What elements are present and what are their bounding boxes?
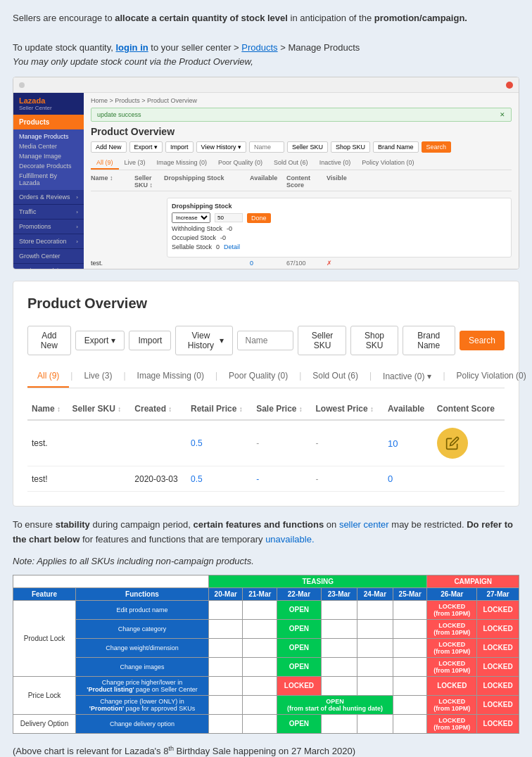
created-sort-icon[interactable]: ↕	[168, 405, 172, 413]
ct-cell-locked: LOCKED	[477, 657, 519, 676]
campaign-th-22mar: 22-Mar	[277, 587, 322, 600]
ct-cell	[243, 676, 277, 695]
sc-row1-score: 67/100	[286, 260, 325, 267]
po-seller-sku-btn[interactable]: Seller SKU	[298, 326, 346, 355]
sc-th-name: Name ↕	[91, 174, 133, 189]
sc-fulfillment[interactable]: Fulfillment By Lazada	[19, 171, 78, 188]
intro-login-link[interactable]: login in	[115, 42, 148, 53]
sc-sidebar-traffic[interactable]: Traffic›	[13, 205, 84, 220]
intro-products-link[interactable]: Products	[241, 42, 277, 53]
po-tab-sep4: |	[298, 365, 303, 388]
sku-sort-icon[interactable]: ↕	[118, 405, 121, 413]
sc-products-menu-item[interactable]: Products	[13, 115, 84, 129]
po-tab-sep5: |	[368, 365, 373, 388]
sc-search-btn[interactable]: Search	[422, 141, 452, 153]
sc-import-btn[interactable]: Import	[165, 141, 194, 153]
sale-sort-icon[interactable]: ↕	[299, 405, 303, 413]
sc-name-input[interactable]	[249, 141, 284, 153]
ct-cell-open: OPEN	[277, 600, 322, 619]
intro-line3: You may only update stock count via the …	[13, 55, 519, 70]
ct-cell	[243, 619, 277, 638]
po-tab-sold-out[interactable]: Sold Out (6)	[303, 365, 368, 388]
po-view-history-btn[interactable]: View History ▾	[175, 326, 233, 355]
ct-cell-locked-10pm: LOCKED(from 10PM)	[427, 638, 477, 657]
po-row2-lowest: -	[312, 466, 384, 492]
ct-cell	[321, 619, 357, 638]
sc-decorate-products[interactable]: Decorate Products	[19, 161, 78, 171]
po-row2-created: 2020-03-03	[130, 466, 186, 492]
sc-withholding-row: Withholding Stock -0	[172, 225, 507, 232]
po-row2-available-val: 0	[388, 473, 393, 484]
po-table-header-row: Name ↕ Seller SKU ↕ Created ↕ Retail Pri…	[27, 398, 505, 420]
po-brand-name-btn[interactable]: Brand Name	[403, 326, 455, 355]
po-tab-sep6: |	[441, 365, 446, 388]
po-tab-image-missing[interactable]: Image Missing (0)	[127, 365, 214, 388]
campaign-table-head: TEASING CAMPAIGN Feature Functions 20-Ma…	[13, 575, 519, 600]
po-row2-available: 0	[384, 466, 433, 492]
sc-tab-image-missing[interactable]: Image Missing (0)	[151, 157, 213, 170]
sc-media-center[interactable]: Media Center	[19, 141, 78, 151]
sc-brand-name-btn[interactable]: Brand Name	[373, 141, 419, 153]
sc-sidebar-growth-center[interactable]: Growth Center	[13, 249, 84, 264]
stability-link1: seller center	[339, 519, 389, 530]
sc-tab-inactive[interactable]: Inactive (0)	[314, 157, 357, 170]
sc-success-close[interactable]: ✕	[500, 111, 505, 118]
po-search-btn[interactable]: Search	[460, 331, 505, 350]
retail-sort-icon[interactable]: ↕	[239, 405, 243, 413]
ct-cell	[321, 638, 357, 657]
intro-text-block: Sellers are encourage to allocate a cert…	[13, 11, 519, 70]
ct-cell-open: OPEN	[277, 657, 322, 676]
sc-toolbar: Add New Export ▾ Import View History ▾ S…	[91, 141, 512, 153]
sc-sidebar-business-advisor[interactable]: Business Advisor	[13, 264, 84, 269]
content-score-badge[interactable]	[437, 428, 468, 459]
sc-manage-image[interactable]: Manage Image	[19, 151, 78, 161]
ct-cell	[321, 676, 357, 695]
sc-tab-all[interactable]: All (9)	[91, 157, 119, 170]
sc-sidebar-store-decoration[interactable]: Store Decoration›	[13, 234, 84, 249]
lowest-sort-icon[interactable]: ↕	[370, 405, 374, 413]
table-row: test. 0.5 - - 10	[27, 420, 505, 466]
sc-sidebar-promotions[interactable]: Promotions›	[13, 220, 84, 234]
po-row2-sale-val: -	[256, 474, 259, 484]
name-sort-icon[interactable]: ↕	[57, 405, 61, 413]
po-import-btn[interactable]: Import	[129, 331, 171, 350]
sc-product-overview-title: Product Overview	[91, 126, 512, 137]
ct-cell	[393, 600, 427, 619]
sc-shop-sku-btn[interactable]: Shop SKU	[331, 141, 370, 153]
sc-th-sellersku: Seller SKU ↕	[134, 174, 163, 189]
po-name-input[interactable]	[237, 331, 293, 350]
sc-tab-policy-violation[interactable]: Policy Violation (0)	[356, 157, 419, 170]
sc-done-btn[interactable]: Done	[247, 213, 271, 223]
po-tab-policy-violation[interactable]: Policy Violation (0)	[447, 365, 532, 388]
po-tab-all[interactable]: All (9)	[27, 365, 69, 388]
po-th-lowest-price: Lowest Price ↕	[312, 398, 384, 420]
sc-row-test1: test. 0 67/100 ✗	[91, 257, 512, 269]
ct-cell	[208, 619, 243, 638]
sc-sidebar-orders[interactable]: Orders & Reviews›	[13, 190, 84, 205]
sc-add-new-btn[interactable]: Add New	[91, 141, 127, 153]
sc-increase-select[interactable]: Increase	[172, 212, 210, 223]
po-add-new-btn[interactable]: Add New	[27, 326, 71, 355]
sc-tab-sold-out[interactable]: Sold Out (6)	[268, 157, 314, 170]
sc-dropship-title: Dropshipping Stock	[172, 203, 507, 210]
sc-detail-link[interactable]: Detail	[224, 243, 240, 250]
sc-seller-sku-btn[interactable]: Seller SKU	[287, 141, 328, 153]
sc-tabs: All (9) Live (3) Image Missing (0) Poor …	[91, 157, 512, 170]
po-tab-poor-quality[interactable]: Poor Quality (0)	[219, 365, 298, 388]
edit-icon	[445, 436, 460, 450]
po-tab-live[interactable]: Live (3)	[74, 365, 122, 388]
po-export-btn[interactable]: Export ▾	[75, 331, 125, 350]
sc-tab-poor-quality[interactable]: Poor Quality (0)	[213, 157, 268, 170]
ct-cell	[243, 714, 277, 733]
table-row: Change category OPEN LOCKED(from 10PM) L…	[13, 619, 519, 638]
po-shop-sku-btn[interactable]: Shop SKU	[350, 326, 398, 355]
po-tab-inactive[interactable]: Inactive (0) ▾	[373, 365, 441, 388]
sc-tab-live[interactable]: Live (3)	[119, 157, 151, 170]
po-table-body: test. 0.5 - - 10	[27, 420, 505, 492]
sc-export-btn[interactable]: Export ▾	[129, 141, 163, 153]
po-tab-sep1: |	[69, 365, 74, 388]
sc-increase-input[interactable]	[215, 213, 243, 222]
sc-sidebar: Lazada Seller Center Products Manage Pro…	[13, 93, 84, 269]
sc-manage-products[interactable]: Manage Products	[19, 132, 78, 141]
sc-view-history-btn[interactable]: View History ▾	[196, 141, 246, 153]
